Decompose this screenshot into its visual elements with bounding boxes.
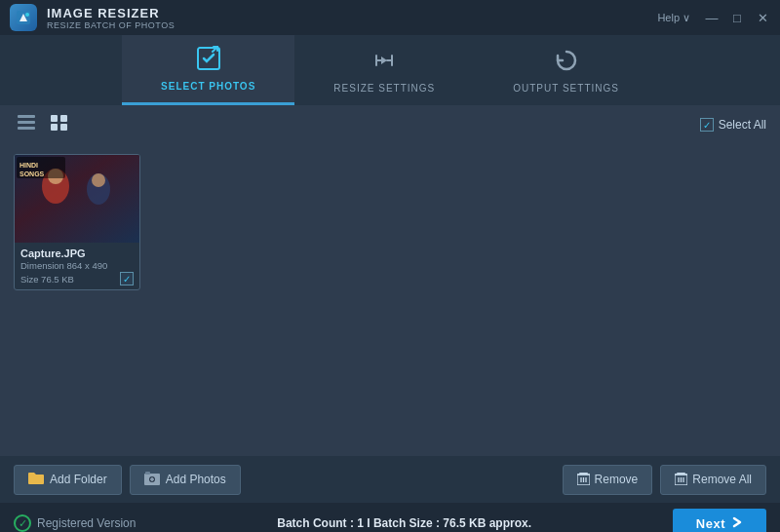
tab-resize-settings-label: RESIZE SETTINGS bbox=[333, 83, 435, 94]
svg-rect-12 bbox=[18, 127, 35, 130]
photo-size: Size 76.5 KB bbox=[20, 274, 74, 285]
status-right: Next bbox=[673, 509, 766, 533]
view-toggle bbox=[14, 113, 72, 136]
title-info: IMAGE RESIZER RESIZE BATCH OF PHOTOS bbox=[47, 6, 175, 30]
tab-select-photos[interactable]: SELECT PHOTOS bbox=[122, 35, 294, 105]
app-title: IMAGE RESIZER bbox=[47, 6, 175, 20]
remove-button[interactable]: Remove bbox=[563, 465, 653, 495]
svg-rect-14 bbox=[60, 115, 67, 122]
app-subtitle: RESIZE BATCH OF PHOTOS bbox=[47, 20, 175, 30]
photo-checkbox[interactable]: ✓ bbox=[120, 272, 134, 285]
add-photos-icon bbox=[144, 472, 160, 488]
tab-select-photos-label: SELECT PHOTOS bbox=[161, 81, 255, 92]
tab-resize-settings[interactable]: RESIZE SETTINGS bbox=[294, 35, 474, 105]
add-photos-label: Add Photos bbox=[166, 473, 226, 486]
batch-count-label: Batch Count : bbox=[277, 516, 354, 530]
remove-all-label: Remove All bbox=[692, 473, 752, 486]
list-item[interactable]: HINDI SONGS Capture.JPG Dimension 864 x … bbox=[14, 154, 140, 290]
registered-text: Registered Version bbox=[37, 516, 136, 530]
remove-all-icon bbox=[675, 472, 687, 488]
svg-rect-11 bbox=[18, 121, 35, 124]
action-bar: Add Folder Add Photos bbox=[0, 456, 780, 503]
next-arrow-icon bbox=[731, 516, 743, 531]
batch-size-value: 76.5 KB approx. bbox=[443, 516, 531, 530]
photo-thumbnail: HINDI SONGS bbox=[15, 155, 139, 243]
folder-icon bbox=[28, 472, 44, 488]
select-all-area[interactable]: ✓ Select All bbox=[700, 118, 766, 132]
select-all-checkbox[interactable]: ✓ bbox=[700, 118, 714, 132]
close-button[interactable]: ✕ bbox=[755, 11, 770, 25]
action-bar-right: Remove Remove All bbox=[563, 465, 766, 495]
registered-icon: ✓ bbox=[14, 514, 31, 532]
output-settings-icon bbox=[554, 48, 579, 79]
remove-label: Remove bbox=[595, 473, 639, 486]
maximize-button[interactable]: □ bbox=[729, 11, 745, 25]
photo-grid: HINDI SONGS Capture.JPG Dimension 864 x … bbox=[14, 154, 766, 290]
status-bar: ✓ Registered Version Batch Count : 1 I B… bbox=[0, 503, 780, 532]
main-content: HINDI SONGS Capture.JPG Dimension 864 x … bbox=[0, 144, 780, 417]
title-bar-right: Help ∨ — □ ✕ bbox=[657, 11, 770, 25]
select-photos-icon bbox=[196, 46, 221, 77]
photo-dimension: Dimension 864 x 490 bbox=[20, 260, 134, 271]
next-button[interactable]: Next bbox=[673, 509, 766, 533]
svg-point-21 bbox=[92, 173, 105, 187]
svg-point-2 bbox=[25, 13, 29, 17]
tab-output-settings-label: OUTPUT SETTINGS bbox=[513, 83, 619, 94]
status-left: ✓ Registered Version bbox=[14, 514, 136, 532]
add-folder-label: Add Folder bbox=[50, 473, 107, 486]
help-button[interactable]: Help ∨ bbox=[657, 12, 690, 24]
svg-rect-16 bbox=[60, 124, 67, 131]
photo-info: Capture.JPG Dimension 864 x 490 Size 76.… bbox=[15, 243, 139, 289]
tab-bar: SELECT PHOTOS RESIZE SETTINGS OUTPUT SET… bbox=[0, 35, 780, 105]
svg-rect-27 bbox=[145, 472, 150, 475]
remove-all-button[interactable]: Remove All bbox=[660, 465, 766, 495]
select-all-label: Select All bbox=[719, 118, 766, 132]
svg-text:SONGS: SONGS bbox=[20, 171, 45, 177]
title-bar: IMAGE RESIZER RESIZE BATCH OF PHOTOS Hel… bbox=[0, 0, 780, 35]
batch-size-sep: I Batch Size : bbox=[367, 516, 440, 530]
title-bar-left: IMAGE RESIZER RESIZE BATCH OF PHOTOS bbox=[10, 4, 175, 31]
photo-size-row: Size 76.5 KB ✓ bbox=[20, 272, 134, 285]
resize-settings-icon bbox=[371, 48, 397, 79]
thumbnail-image: HINDI SONGS bbox=[15, 155, 139, 243]
minimize-button[interactable]: — bbox=[704, 11, 720, 25]
content-spacer bbox=[0, 417, 780, 456]
grid-view-button[interactable] bbox=[47, 113, 72, 136]
batch-count-value: 1 bbox=[357, 516, 364, 530]
status-center: Batch Count : 1 I Batch Size : 76.5 KB a… bbox=[277, 516, 531, 530]
photo-name: Capture.JPG bbox=[20, 247, 134, 259]
add-photos-button[interactable]: Add Photos bbox=[130, 465, 241, 495]
svg-text:HINDI: HINDI bbox=[20, 162, 38, 169]
svg-rect-15 bbox=[51, 124, 58, 131]
remove-icon bbox=[577, 472, 590, 488]
svg-rect-13 bbox=[51, 115, 58, 122]
list-view-button[interactable] bbox=[14, 113, 39, 136]
svg-rect-10 bbox=[18, 115, 35, 118]
add-folder-button[interactable]: Add Folder bbox=[14, 465, 122, 495]
toolbar-row: ✓ Select All bbox=[0, 105, 780, 144]
action-bar-left: Add Folder Add Photos bbox=[14, 465, 241, 495]
tab-output-settings[interactable]: OUTPUT SETTINGS bbox=[474, 35, 658, 105]
app-icon bbox=[10, 4, 37, 31]
next-label: Next bbox=[696, 516, 725, 531]
window-controls: — □ ✕ bbox=[704, 11, 770, 25]
